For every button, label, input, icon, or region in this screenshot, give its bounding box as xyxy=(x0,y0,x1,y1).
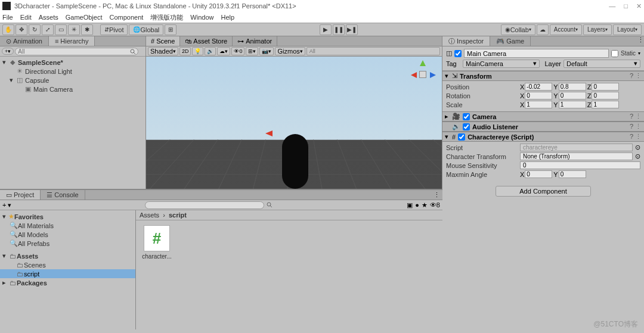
static-checkbox[interactable] xyxy=(611,50,618,57)
hierarchy-create-dropdown[interactable]: +▾ xyxy=(2,48,14,55)
component-menu-icon[interactable]: ⋮ xyxy=(635,72,642,80)
add-component-button[interactable]: Add Component xyxy=(496,186,591,197)
position-y[interactable] xyxy=(559,83,586,91)
gameobject-name-field[interactable] xyxy=(464,49,609,58)
filter-label-icon[interactable]: ★ xyxy=(422,201,428,209)
scale-y[interactable] xyxy=(559,101,586,108)
asset-charactereye[interactable]: # character... xyxy=(141,225,173,260)
menu-assets[interactable]: Assets xyxy=(39,14,58,21)
audio-toggle[interactable]: 🔊 xyxy=(205,47,216,55)
gameobject-active-checkbox[interactable] xyxy=(454,50,462,57)
tab-asset-store[interactable]: 🛍 Asset Store xyxy=(180,36,233,46)
tag-dropdown[interactable]: MainCamera▾ xyxy=(463,60,540,68)
component-charactereye-header[interactable]: ▾# Charactereye (Script) ?⋮ xyxy=(442,132,644,142)
maxmin-x[interactable] xyxy=(525,170,552,178)
layer-dropdown[interactable]: Default▾ xyxy=(564,60,640,68)
orientation-gizmo[interactable] xyxy=(408,60,437,89)
draw-mode-dropdown[interactable]: Shaded ▾ xyxy=(148,47,178,55)
project-menu-icon[interactable]: ⋮ xyxy=(434,191,440,198)
mouse-sens-field[interactable] xyxy=(520,161,640,169)
menu-gameobject[interactable]: GameObject xyxy=(66,14,103,21)
component-transform-header[interactable]: ▾⇲ Transform ?⋮ xyxy=(442,71,644,81)
scale-tool[interactable]: ⤢ xyxy=(42,24,54,35)
object-picker-icon[interactable]: ⊙ xyxy=(635,144,640,151)
hierarchy-search[interactable] xyxy=(15,48,138,55)
grid-toggle[interactable]: ⊞▾ xyxy=(246,47,258,55)
scene-capsule[interactable] xyxy=(282,134,308,189)
project-script[interactable]: 🗀script xyxy=(0,269,135,278)
filter-type-icon[interactable]: ● xyxy=(415,201,419,208)
scale-x[interactable] xyxy=(525,101,552,108)
tab-animator[interactable]: ⊶ Animator xyxy=(233,36,277,46)
transform-tool[interactable]: ✳ xyxy=(68,24,80,35)
rotation-x[interactable] xyxy=(525,92,552,99)
inspector-menu-icon[interactable]: ⋮ xyxy=(637,36,644,46)
project-fav-prefabs[interactable]: 🔍All Prefabs xyxy=(0,239,135,248)
tab-animation[interactable]: ⊙ Animation xyxy=(0,36,49,46)
project-packages[interactable]: ▸🗀Packages xyxy=(0,278,135,287)
tab-project[interactable]: ▭ Project xyxy=(0,190,41,200)
project-favorites[interactable]: ▾★ Favorites xyxy=(0,212,135,221)
component-camera-header[interactable]: ▸🎥 Camera ?⋮ xyxy=(442,111,644,122)
play-button[interactable]: ▶ xyxy=(320,24,332,35)
account-dropdown[interactable]: Account xyxy=(550,24,582,35)
component-audio-header[interactable]: 🔉 Audio Listener ?⋮ xyxy=(442,122,644,132)
tab-scene[interactable]: # Scene xyxy=(146,36,180,46)
hierarchy-item-camera[interactable]: ▣Main Camera xyxy=(0,85,145,94)
scene-search[interactable] xyxy=(306,47,440,55)
lighting-toggle[interactable]: 💡 xyxy=(192,47,203,55)
breadcrumb[interactable]: Assets › script xyxy=(136,210,442,220)
project-fav-materials[interactable]: 🔍All Materials xyxy=(0,221,135,230)
hidden-toggle[interactable]: 👁0 xyxy=(231,47,244,55)
tab-inspector[interactable]: ⓘ Inspector xyxy=(442,36,490,46)
gizmos-dropdown[interactable]: Gizmos ▾ xyxy=(275,47,305,55)
audio-enabled-checkbox[interactable] xyxy=(463,123,470,130)
menu-file[interactable]: File xyxy=(2,14,13,21)
fx-toggle[interactable]: ☁▾ xyxy=(217,47,230,55)
rotate-tool[interactable]: ↻ xyxy=(29,24,41,35)
cloud-button[interactable]: ☁ xyxy=(537,24,549,35)
char-transform-field[interactable] xyxy=(520,153,633,160)
hand-tool[interactable]: ✋ xyxy=(2,24,14,35)
global-toggle[interactable]: 🌐Global xyxy=(129,24,163,35)
menu-help[interactable]: Help xyxy=(221,14,234,21)
filter-fav-icon[interactable]: ▣ xyxy=(407,201,413,209)
pivot-toggle[interactable]: ⇵Pivot xyxy=(100,24,128,35)
move-gizmo-arrow[interactable] xyxy=(265,130,273,136)
position-x[interactable] xyxy=(525,83,552,91)
component-help-icon[interactable]: ? xyxy=(630,72,633,80)
layout-dropdown[interactable]: Layout xyxy=(613,24,642,35)
hierarchy-scene[interactable]: ▾◆SampleScene* xyxy=(0,58,145,67)
project-scenes[interactable]: 🗀Scenes xyxy=(0,260,135,269)
position-z[interactable] xyxy=(592,83,619,91)
maxmin-y[interactable] xyxy=(559,170,586,178)
tab-console[interactable]: ☰ Console xyxy=(41,190,85,200)
menu-component[interactable]: Component xyxy=(109,14,143,21)
rotation-y[interactable] xyxy=(559,92,586,99)
charactereye-enabled-checkbox[interactable] xyxy=(458,133,465,141)
scale-z[interactable] xyxy=(592,101,619,108)
project-search[interactable] xyxy=(145,201,264,209)
step-button[interactable]: ▶❚ xyxy=(346,24,358,35)
project-fav-models[interactable]: 🔍All Models xyxy=(0,230,135,239)
rect-tool[interactable]: ▭ xyxy=(55,24,67,35)
maximize-button[interactable]: □ xyxy=(624,2,628,10)
collab-dropdown[interactable]: ◉ Collab xyxy=(501,24,535,35)
2d-toggle[interactable]: 2D xyxy=(179,47,191,55)
menu-extra[interactable]: 增强版功能 xyxy=(150,13,183,22)
camera-enabled-checkbox[interactable] xyxy=(463,113,470,120)
hidden-packages-icon[interactable]: 👁8 xyxy=(430,201,440,208)
close-button[interactable]: ✕ xyxy=(636,2,642,10)
layers-dropdown[interactable]: Layers xyxy=(583,24,612,35)
camera-settings[interactable]: 📷▾ xyxy=(259,47,274,55)
custom-tool[interactable]: ✱ xyxy=(81,24,93,35)
menu-edit[interactable]: Edit xyxy=(20,14,32,21)
menu-window[interactable]: Window xyxy=(190,14,213,21)
snap-toggle[interactable]: ⊞ xyxy=(165,24,177,35)
object-picker-icon[interactable]: ⊙ xyxy=(635,153,640,160)
project-create-dropdown[interactable]: + ▾ xyxy=(2,201,11,209)
tab-game[interactable]: 🎮 Game xyxy=(490,36,531,46)
pause-button[interactable]: ❚❚ xyxy=(333,24,345,35)
hierarchy-item-capsule[interactable]: ▾◫Capsule xyxy=(0,76,145,85)
move-tool[interactable]: ✥ xyxy=(16,24,27,35)
